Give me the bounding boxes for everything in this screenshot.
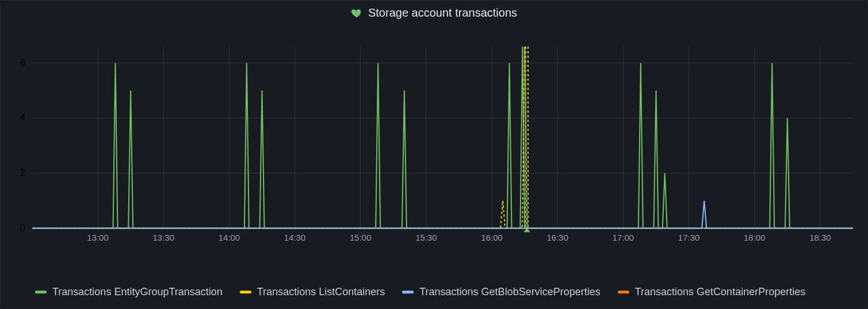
x-tick-label: 18:00: [744, 233, 765, 242]
annotation-marker[interactable]: [523, 228, 530, 232]
grid: [32, 63, 853, 228]
y-tick-label: 6: [20, 58, 25, 68]
legend-item[interactable]: Transactions GetContainerProperties: [618, 286, 805, 298]
panel-header[interactable]: Storage account transactions: [1, 1, 867, 24]
x-tick-label: 17:00: [613, 233, 634, 242]
series-line: [32, 47, 853, 228]
series-line: [32, 200, 853, 228]
legend-item[interactable]: Transactions ListContainers: [240, 286, 385, 298]
legend-item[interactable]: Transactions EntityGroupTransaction: [35, 286, 223, 298]
x-tick-label: 15:00: [350, 233, 371, 242]
vgrid: [98, 47, 820, 228]
plot-svg: 024613:0013:3014:0014:3015:0015:3016:001…: [6, 41, 856, 245]
x-tick-label: 13:30: [153, 233, 174, 242]
heart-icon: [351, 7, 362, 19]
x-tick-label: 16:00: [481, 233, 502, 242]
legend-swatch: [402, 291, 414, 293]
legend-swatch: [618, 291, 629, 293]
y-tick-label: 0: [20, 223, 25, 233]
legend-label: Transactions GetContainerProperties: [635, 286, 805, 298]
x-tick-label: 16:30: [547, 233, 568, 242]
legend-swatch: [35, 291, 47, 293]
legend: Transactions EntityGroupTransactionTrans…: [35, 286, 856, 298]
legend-label: Transactions GetBlobServiceProperties: [419, 286, 600, 298]
series-line: [32, 47, 853, 228]
y-tick-label: 2: [20, 168, 25, 177]
x-tick-label: 17:30: [678, 233, 699, 242]
legend-swatch: [240, 291, 251, 293]
legend-label: Transactions EntityGroupTransaction: [52, 286, 223, 298]
plot-area[interactable]: 024613:0013:3014:0014:3015:0015:3016:001…: [6, 41, 856, 245]
x-tick-label: 14:30: [284, 233, 305, 242]
chart-panel: Storage account transactions 024613:0013…: [0, 0, 868, 309]
x-tick-label: 14:00: [219, 233, 240, 242]
legend-label: Transactions ListContainers: [257, 286, 385, 298]
x-tick-label: 13:00: [87, 233, 108, 242]
x-tick-label: 15:30: [415, 233, 437, 242]
x-tick-label: 18:30: [809, 233, 831, 242]
y-tick-label: 4: [20, 113, 25, 123]
legend-item[interactable]: Transactions GetBlobServiceProperties: [402, 286, 600, 298]
panel-title: Storage account transactions: [368, 6, 517, 20]
